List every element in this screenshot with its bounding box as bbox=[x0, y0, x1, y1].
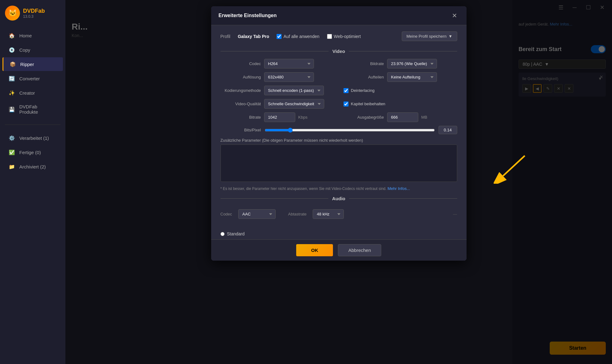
bitrate-unit: Kbps bbox=[298, 115, 308, 120]
auf-alle-label[interactable]: Auf alle anwenden bbox=[283, 34, 319, 39]
sidebar-item-home-label: Home bbox=[19, 33, 32, 38]
profile-row: Profil Galaxy Tab Pro Auf alle anwenden … bbox=[221, 31, 457, 41]
audio-section-label: Audio bbox=[332, 196, 345, 201]
form-grid-4: Video-Qualität Schnelle Geschwindigkeit … bbox=[221, 99, 457, 109]
form-grid-5: Bitrate 1042 Kbps Ausgabegröße 666 MB bbox=[221, 112, 457, 122]
modal-body: Profil Galaxy Tab Pro Auf alle anwenden … bbox=[211, 25, 467, 228]
sidebar-item-copy[interactable]: 💿 Copy bbox=[2, 43, 63, 57]
copy-icon: 💿 bbox=[9, 47, 15, 53]
bits-pixel-label: Bits/Pixel bbox=[221, 128, 261, 132]
profile-name: Galaxy Tab Pro bbox=[238, 34, 269, 39]
zusaetzliche-label: Zusätzliche Parameter (Die obigen Parame… bbox=[221, 138, 457, 143]
aufteilen-label: Aufteilen bbox=[344, 75, 384, 79]
arrow-svg bbox=[494, 153, 531, 184]
modal-footer: OK Abbrechen bbox=[211, 239, 467, 261]
modal-title: Erweiterte Einstellungen bbox=[219, 13, 277, 18]
bits-pixel-row: Bits/Pixel 0.14 bbox=[221, 126, 457, 134]
sidebar-item-dvdfab-label: DVDFab Produkte bbox=[19, 104, 57, 115]
bildrate-field: Bildrate 23.976 (Wie Quelle) bbox=[344, 59, 457, 69]
hint-text: * Es ist besser, die Parameter hier nich… bbox=[221, 186, 457, 191]
standard-radio[interactable] bbox=[221, 232, 225, 236]
sidebar-item-ripper[interactable]: 📦 Ripper bbox=[2, 57, 63, 71]
bildrate-select[interactable]: 23.976 (Wie Quelle) bbox=[387, 59, 437, 69]
sidebar: 🐱 DVDFab 13.0.3 🏠 Home 💿 Copy 📦 Ripper 🔄 bbox=[0, 0, 65, 364]
kapitel-checkbox[interactable] bbox=[344, 102, 349, 106]
aufloesung-field: Auflösung 632x480 bbox=[221, 72, 334, 82]
web-optimiert-group: Web-optimiert bbox=[327, 34, 361, 39]
app-version: 13.0.3 bbox=[23, 14, 45, 19]
sidebar-item-verarbeitet[interactable]: ⚙️ Verarbeitet (1) bbox=[2, 131, 63, 145]
deinterlacing-label[interactable]: Deinterlacing bbox=[351, 88, 375, 93]
standard-label[interactable]: Standard bbox=[227, 231, 245, 236]
sidebar-item-creator[interactable]: ✨ Creator bbox=[2, 86, 63, 100]
sidebar-item-converter-label: Converter bbox=[19, 76, 40, 81]
ausgabegroesse-input[interactable]: 666 bbox=[387, 112, 418, 122]
web-optimiert-label[interactable]: Web-optimiert bbox=[334, 34, 361, 39]
aufteilen-select[interactable]: Keine Aufteilung bbox=[387, 72, 437, 82]
video-qualitaet-select[interactable]: Schnelle Geschwindigkeit bbox=[264, 99, 324, 109]
bits-pixel-slider[interactable] bbox=[265, 128, 435, 133]
auf-alle-checkbox[interactable] bbox=[277, 34, 282, 39]
sidebar-bottom: ⚙️ Verarbeitet (1) ✅ Fertige (0) 📁 Archi… bbox=[0, 129, 65, 176]
codec-label: Codec bbox=[221, 61, 261, 66]
audio-partial-indicator: — bbox=[453, 212, 457, 216]
kodierungsmethode-label: Kodierungsmethode bbox=[221, 88, 261, 93]
zusaetzliche-textarea[interactable] bbox=[221, 144, 457, 182]
arrow-annotation bbox=[494, 153, 531, 185]
dvdfab-icon: 💾 bbox=[9, 106, 15, 112]
deinterlacing-row: Deinterlacing bbox=[344, 88, 375, 93]
abbrechen-button[interactable]: Abbrechen bbox=[338, 244, 381, 256]
ok-button[interactable]: OK bbox=[296, 244, 333, 256]
sidebar-item-archiviert-label: Archiviert (2) bbox=[19, 164, 46, 169]
modal-close-button[interactable]: ✕ bbox=[450, 11, 459, 20]
codec-field: Codec H264 bbox=[221, 59, 334, 69]
modal-dialog: Erweiterte Einstellungen ✕ Profil Galaxy… bbox=[211, 6, 467, 261]
sidebar-item-converter[interactable]: 🔄 Converter bbox=[2, 72, 63, 85]
kodierungsmethode-select[interactable]: Schnell encoden (1-pass) bbox=[264, 86, 324, 95]
deinterlacing-checkbox[interactable] bbox=[344, 88, 349, 93]
aufteilen-field: Aufteilen Keine Aufteilung bbox=[344, 72, 457, 82]
bits-pixel-value: 0.14 bbox=[439, 126, 457, 134]
svg-line-1 bbox=[503, 156, 525, 176]
abtastrate-select[interactable]: 48 kHz bbox=[313, 209, 344, 219]
video-section-label: Video bbox=[332, 49, 345, 54]
sidebar-item-archiviert[interactable]: 📁 Archiviert (2) bbox=[2, 160, 63, 173]
hint-mehr-infos-link[interactable]: Mehr Infos... bbox=[387, 186, 410, 191]
bitrate-label: Bitrate bbox=[221, 115, 261, 120]
sidebar-nav: 🏠 Home 💿 Copy 📦 Ripper 🔄 Converter ✨ Cre… bbox=[0, 26, 65, 121]
kodierungsmethode-field: Kodierungsmethode Schnell encoden (1-pas… bbox=[221, 86, 334, 95]
sidebar-item-creator-label: Creator bbox=[19, 90, 35, 96]
standard-row: Standard bbox=[211, 228, 467, 239]
deinterlacing-field: Deinterlacing bbox=[344, 86, 457, 95]
web-optimiert-checkbox[interactable] bbox=[327, 34, 332, 39]
ausgabegroesse-label: Ausgabegröße bbox=[344, 115, 384, 120]
modal-header: Erweiterte Einstellungen ✕ bbox=[211, 6, 467, 25]
save-profile-chevron-icon: ▼ bbox=[448, 34, 453, 39]
save-profile-button[interactable]: Meine Profil speichern ▼ bbox=[402, 31, 457, 41]
archiviert-icon: 📁 bbox=[9, 163, 15, 170]
bitrate-input[interactable]: 1042 bbox=[264, 112, 295, 122]
kapitel-label[interactable]: Kapitel beibehalten bbox=[351, 102, 386, 106]
form-grid-2: Auflösung 632x480 Aufteilen Keine Auftei… bbox=[221, 72, 457, 82]
app-logo-icon: 🐱 bbox=[5, 6, 20, 21]
fertige-icon: ✅ bbox=[9, 149, 15, 155]
sidebar-item-dvdfab-produkte[interactable]: 💾 DVDFab Produkte bbox=[2, 100, 63, 118]
sidebar-divider bbox=[5, 125, 60, 125]
verarbeitet-icon: ⚙️ bbox=[9, 135, 15, 141]
aufloesung-label: Auflösung bbox=[221, 75, 261, 79]
profile-label: Profil bbox=[221, 34, 230, 39]
video-section-divider: Video bbox=[221, 49, 457, 54]
codec-select[interactable]: H264 bbox=[264, 59, 314, 69]
form-grid-3: Kodierungsmethode Schnell encoden (1-pas… bbox=[221, 86, 457, 95]
audio-codec-select[interactable]: AAC bbox=[238, 209, 276, 219]
creator-icon: ✨ bbox=[9, 90, 15, 96]
audio-codec-label: Codec bbox=[221, 212, 232, 216]
bitrate-field: Bitrate 1042 Kbps bbox=[221, 112, 334, 122]
kapitel-row: Kapitel beibehalten bbox=[344, 102, 386, 106]
sidebar-item-fertige-label: Fertige (0) bbox=[19, 150, 41, 155]
sidebar-item-home[interactable]: 🏠 Home bbox=[2, 29, 63, 42]
sidebar-item-fertige[interactable]: ✅ Fertige (0) bbox=[2, 145, 63, 159]
save-profile-label: Meine Profil speichern bbox=[406, 34, 447, 39]
video-qualitaet-field: Video-Qualität Schnelle Geschwindigkeit bbox=[221, 99, 334, 109]
aufloesung-select[interactable]: 632x480 bbox=[264, 72, 314, 82]
